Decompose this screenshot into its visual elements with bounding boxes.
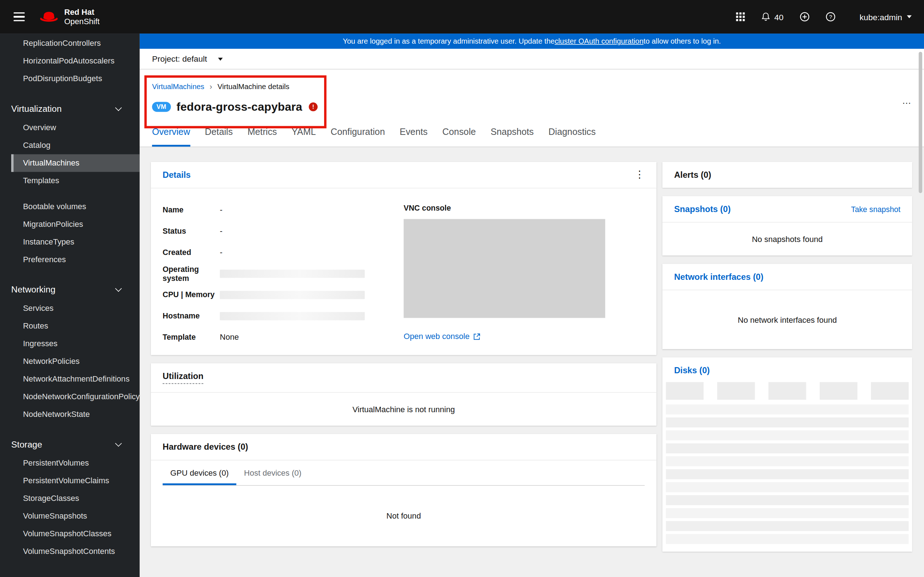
sidebar-item-virtualmachines[interactable]: VirtualMachines — [11, 154, 140, 172]
sidebar-item-volumesnapshotcontents[interactable]: VolumeSnapshotContents — [0, 543, 140, 561]
sidebar-item-catalog[interactable]: Catalog — [0, 137, 140, 154]
sidebar-item-horizontalpodautoscalers[interactable]: HorizontalPodAutoscalers — [0, 52, 140, 70]
snapshots-card-title[interactable]: Snapshots (0) — [674, 205, 731, 214]
vm-actions-kebab-icon[interactable]: ⋯ — [902, 98, 912, 108]
sidebar-item-storageclasses[interactable]: StorageClasses — [0, 490, 140, 508]
skeleton-cell — [666, 382, 703, 400]
open-web-console-link[interactable]: Open web console — [404, 332, 480, 341]
details-list: Name - Status - Created - — [163, 204, 404, 343]
detail-row-created: Created - — [163, 246, 404, 258]
sidebar-section-networking: Networking Services Routes Ingresses Net… — [0, 279, 140, 423]
detail-value: None — [220, 332, 239, 341]
disks-card-title[interactable]: Disks (0) — [674, 366, 710, 375]
network-interfaces-card-title[interactable]: Network interfaces (0) — [674, 272, 763, 281]
login-notice-banner: You are logged in as a temporary adminis… — [140, 34, 924, 49]
sidebar-section-networking-toggle[interactable]: Networking — [0, 279, 140, 300]
disks-loading-skeleton — [662, 381, 912, 551]
sidebar-item-persistentvolumeclaims[interactable]: PersistentVolumeClaims — [0, 472, 140, 490]
sidebar-item-routes[interactable]: Routes — [0, 318, 140, 335]
sidebar-item-instancetypes[interactable]: InstanceTypes — [0, 233, 140, 251]
skeleton-row — [666, 508, 909, 518]
chevron-down-icon — [115, 104, 122, 111]
tab-overview[interactable]: Overview — [152, 126, 190, 147]
project-selector[interactable]: Project: default — [140, 49, 924, 69]
tab-events[interactable]: Events — [399, 126, 427, 147]
redhat-fedora-icon — [39, 10, 59, 24]
banner-text: You are logged in as a temporary adminis… — [343, 37, 555, 45]
project-selector-label: Project: default — [152, 54, 207, 63]
openshift-console: Red Hat OpenShift 40 — [0, 0, 924, 577]
detail-row-operating-system: Operating system — [163, 267, 404, 279]
app-launcher-icon[interactable] — [736, 12, 745, 21]
add-icon[interactable] — [800, 12, 809, 22]
breadcrumb-virtualmachines-link[interactable]: VirtualMachines — [152, 82, 204, 92]
utilization-card-title: Utilization — [163, 371, 204, 384]
sidebar-item-preferences[interactable]: Preferences — [0, 251, 140, 269]
tab-diagnostics[interactable]: Diagnostics — [549, 126, 596, 147]
sidebar-item-replicationcontrollers[interactable]: ReplicationControllers — [0, 35, 140, 52]
tab-gpu-devices[interactable]: GPU devices (0) — [163, 464, 236, 485]
page-title: fedora-gross-capybara — [176, 100, 302, 114]
sidebar-item-virt-overview[interactable]: Overview — [0, 119, 140, 137]
utilization-card: Utilization VirtualMachine is not runnin… — [151, 363, 657, 425]
vm-error-status-icon: ! — [309, 102, 317, 111]
overview-dashboard: Details ⋮ Name - Status — [140, 147, 924, 577]
skeleton-row — [666, 534, 909, 544]
sidebar-item-volumesnapshotclasses[interactable]: VolumeSnapshotClasses — [0, 525, 140, 543]
section-label: Virtualization — [11, 103, 62, 114]
tab-yaml[interactable]: YAML — [292, 126, 316, 147]
page-header: VirtualMachines › VirtualMachine details… — [140, 69, 924, 148]
tab-host-devices[interactable]: Host devices (0) — [236, 464, 309, 485]
skeleton-cell — [717, 382, 755, 400]
skeleton-row — [666, 456, 909, 466]
sidebar-item-persistentvolumes[interactable]: PersistentVolumes — [0, 455, 140, 472]
tab-configuration[interactable]: Configuration — [331, 126, 385, 147]
details-card-title[interactable]: Details — [163, 170, 191, 180]
caret-down-icon — [218, 57, 223, 60]
utilization-empty-state: VirtualMachine is not running — [151, 393, 657, 425]
sidebar-item-ingresses[interactable]: Ingresses — [0, 335, 140, 353]
tab-metrics[interactable]: Metrics — [247, 126, 277, 147]
details-card: Details ⋮ Name - Status — [151, 162, 657, 355]
help-icon[interactable]: ? — [825, 12, 835, 22]
sidebar-item-nodenetworkconfigurationpolicy[interactable]: NodeNetworkConfigurationPolicy — [0, 388, 140, 406]
sidebar-item-networkattachmentdefinitions[interactable]: NetworkAttachmentDefinitions — [0, 371, 140, 388]
detail-row-status: Status - — [163, 225, 404, 237]
nav-toggle-icon[interactable] — [14, 12, 25, 21]
disks-card: Disks (0) — [662, 357, 912, 552]
sidebar-section-storage-toggle[interactable]: Storage — [0, 434, 140, 455]
detail-label: Created — [163, 248, 220, 256]
hardware-empty-state: Not found — [151, 486, 657, 546]
page-scrollbar[interactable] — [919, 52, 922, 193]
detail-row-hostname: Hostname — [163, 310, 404, 322]
hardware-card-title: Hardware devices (0) — [163, 442, 248, 451]
detail-value: - — [220, 248, 222, 256]
sidebar-item-volumesnapshots[interactable]: VolumeSnapshots — [0, 508, 140, 525]
tab-console[interactable]: Console — [442, 126, 476, 147]
detail-value: - — [220, 206, 222, 214]
sidebar-item-nodenetworkstate[interactable]: NodeNetworkState — [0, 406, 140, 423]
take-snapshot-link[interactable]: Take snapshot — [851, 205, 901, 213]
sidebar-section-virtualization: Virtualization Overview Catalog VirtualM… — [0, 98, 140, 269]
skeleton-row — [666, 417, 909, 428]
notifications-button[interactable]: 40 — [761, 12, 783, 22]
user-menu[interactable]: kube:admin — [859, 12, 911, 21]
svg-text:?: ? — [829, 14, 832, 20]
details-kebab-icon[interactable]: ⋮ — [635, 171, 645, 179]
hardware-devices-card: Hardware devices (0) GPU devices (0) Hos… — [151, 434, 657, 546]
sidebar-section-virtualization-toggle[interactable]: Virtualization — [0, 98, 140, 119]
sidebar-item-templates[interactable]: Templates — [0, 172, 140, 190]
tab-snapshots[interactable]: Snapshots — [491, 126, 534, 147]
skeleton-row — [666, 405, 909, 415]
alerts-card-title: Alerts (0) — [674, 170, 711, 180]
hardware-devices-tabs: GPU devices (0) Host devices (0) — [163, 464, 645, 486]
sidebar-item-services[interactable]: Services — [0, 300, 140, 318]
tab-details[interactable]: Details — [205, 126, 233, 147]
sidebar-item-migrationpolicies[interactable]: MigrationPolicies — [0, 216, 140, 233]
sidebar-item-bootable-volumes[interactable]: Bootable volumes — [0, 198, 140, 216]
chevron-down-icon — [115, 285, 122, 292]
oauth-configuration-link[interactable]: cluster OAuth configuration — [555, 37, 643, 45]
sidebar-item-poddisruptionbudgets[interactable]: PodDisruptionBudgets — [0, 70, 140, 88]
detail-row-template: Template None — [163, 331, 404, 343]
sidebar-item-networkpolicies[interactable]: NetworkPolicies — [0, 353, 140, 371]
